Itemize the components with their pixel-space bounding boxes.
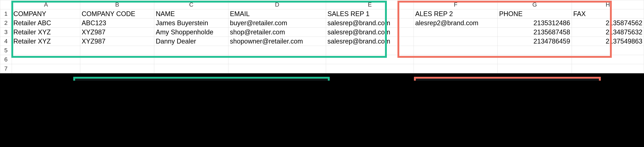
cell-G4[interactable]: 2134786459 [498, 37, 572, 46]
cell-H6[interactable] [572, 55, 644, 64]
row-header-1[interactable]: 1 [0, 9, 12, 18]
cell-A3[interactable]: Retailer XYZ [12, 28, 80, 37]
col-header-F[interactable]: F [414, 0, 498, 9]
col-header-B[interactable]: B [80, 0, 154, 9]
cell-H7[interactable] [572, 64, 644, 73]
cell-B6[interactable] [80, 55, 154, 64]
cell-H3[interactable]: 2134875632 [572, 28, 644, 37]
row-header-3[interactable]: 3 [0, 28, 12, 37]
cell-C6[interactable] [154, 55, 228, 64]
cell-A6[interactable] [12, 55, 80, 64]
cell-D3[interactable]: shop@retailer.com [228, 28, 326, 37]
cell-D2[interactable]: buyer@retailer.com [228, 18, 326, 28]
col-header-H[interactable]: H [572, 0, 644, 9]
cell-C1[interactable]: NAME [154, 9, 228, 18]
cell-D5[interactable] [228, 46, 326, 55]
cell-F2[interactable]: alesrep2@brand.com [414, 18, 498, 28]
cell-G7[interactable] [498, 64, 572, 73]
cell-A4[interactable]: Retailer XYZ [12, 37, 80, 46]
corner-cell [0, 0, 12, 9]
row-header-2[interactable]: 2 [0, 18, 12, 28]
cell-E7[interactable] [326, 64, 414, 73]
table-row: 5 [0, 46, 644, 55]
col-header-G[interactable]: G [498, 0, 572, 9]
cell-G6[interactable] [498, 55, 572, 64]
cell-C3[interactable]: Amy Shoppenholde [154, 28, 228, 37]
cell-B5[interactable] [80, 46, 154, 55]
cell-D6[interactable] [228, 55, 326, 64]
cell-B3[interactable]: XYZ987 [80, 28, 154, 37]
cell-E4[interactable]: salesrep@brand.com [326, 37, 414, 46]
table-row: 7 [0, 64, 644, 73]
cell-H4[interactable]: 2137549863 [572, 37, 644, 46]
optional-fields-callout: The fields in this section are optional … [414, 77, 601, 81]
row-header-4[interactable]: 4 [0, 37, 12, 46]
row-header-7[interactable]: 7 [0, 64, 12, 73]
cell-A2[interactable]: Retailer ABC [12, 18, 80, 28]
required-fields-callout: The fields in this section are required … [73, 77, 330, 81]
table-row: 3 Retailer XYZ XYZ987 Amy Shoppenholde s… [0, 28, 644, 37]
cell-G2[interactable]: 2135312486 [498, 18, 572, 28]
cell-F7[interactable] [414, 64, 498, 73]
row-header-5[interactable]: 5 [0, 46, 12, 55]
cell-F6[interactable] [414, 55, 498, 64]
cell-C7[interactable] [154, 64, 228, 73]
cell-D4[interactable]: shopowner@retailer.com [228, 37, 326, 46]
cell-D7[interactable] [228, 64, 326, 73]
col-header-D[interactable]: D [228, 0, 326, 9]
cell-E5[interactable] [326, 46, 414, 55]
column-header-row: A B C D E F G H [0, 0, 644, 9]
cell-A7[interactable] [12, 64, 80, 73]
cell-B7[interactable] [80, 64, 154, 73]
cell-C2[interactable]: James Buyerstein [154, 18, 228, 28]
cell-F4[interactable] [414, 37, 498, 46]
col-header-C[interactable]: C [154, 0, 228, 9]
cell-A5[interactable] [12, 46, 80, 55]
cell-E2[interactable]: salesrep@brand.com [326, 18, 414, 28]
table-row: 4 Retailer XYZ XYZ987 Danny Dealer shopo… [0, 37, 644, 46]
cell-G3[interactable]: 2135687458 [498, 28, 572, 37]
table-row: 2 Retailer ABC ABC123 James Buyerstein b… [0, 18, 644, 28]
cell-E6[interactable] [326, 55, 414, 64]
table-row: 6 [0, 55, 644, 64]
col-header-A[interactable]: A [12, 0, 80, 9]
cell-F1[interactable]: ALES REP 2 [414, 9, 498, 18]
row-header-6[interactable]: 6 [0, 55, 12, 64]
cell-B2[interactable]: ABC123 [80, 18, 154, 28]
cell-H1[interactable]: FAX [572, 9, 644, 18]
cell-H2[interactable]: 2135874562 [572, 18, 644, 28]
cell-C5[interactable] [154, 46, 228, 55]
spreadsheet: A B C D E F G H 1 COMPANY COMPANY CODE N… [0, 0, 644, 73]
cell-E3[interactable]: salesrep@brand.com [326, 28, 414, 37]
cell-E1[interactable]: SALES REP 1 [326, 9, 414, 18]
cell-B4[interactable]: XYZ987 [80, 37, 154, 46]
cell-G1[interactable]: PHONE [498, 9, 572, 18]
table-row: 1 COMPANY COMPANY CODE NAME EMAIL SALES … [0, 9, 644, 18]
cell-A1[interactable]: COMPANY [12, 9, 80, 18]
cell-H5[interactable] [572, 46, 644, 55]
col-header-E[interactable]: E [326, 0, 414, 9]
cell-C4[interactable]: Danny Dealer [154, 37, 228, 46]
cell-F5[interactable] [414, 46, 498, 55]
cell-D1[interactable]: EMAIL [228, 9, 326, 18]
spreadsheet-container: A B C D E F G H 1 COMPANY COMPANY CODE N… [0, 0, 644, 81]
cell-G5[interactable] [498, 46, 572, 55]
cell-F3[interactable] [414, 28, 498, 37]
cell-B1[interactable]: COMPANY CODE [80, 9, 154, 18]
